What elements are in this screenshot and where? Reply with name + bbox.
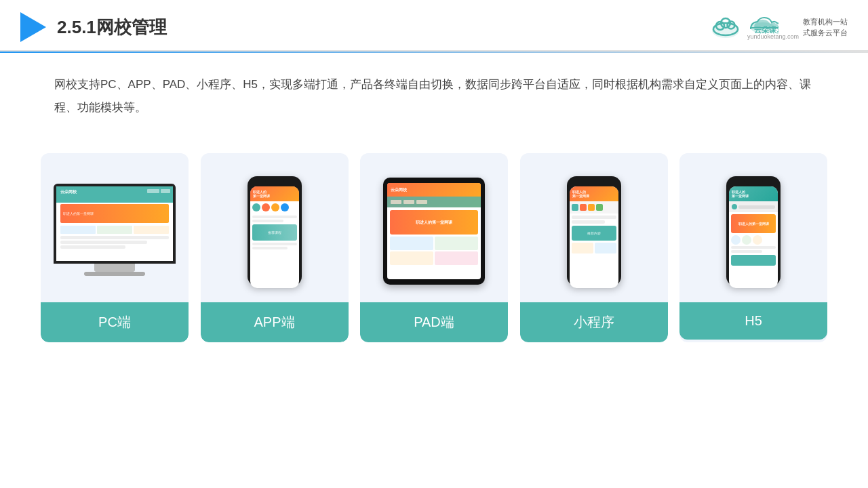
play-icon xyxy=(20,12,46,42)
card-miniprogram: 职进人的第一堂网课 推荐内容 xyxy=(520,153,668,342)
pc-image-area: 云朵网校 职进人的第一堂网课 xyxy=(41,153,189,302)
card-label-pc: PC端 xyxy=(41,302,189,342)
miniprogram-image-area: 职进人的第一堂网课 推荐内容 xyxy=(520,153,668,302)
card-label-pad: PAD端 xyxy=(360,302,508,342)
page-title: 2.5.1网校管理 xyxy=(57,16,167,39)
logo-area: 云朵课堂 yunduoketang.com 教育机构一站 式服务云平台 xyxy=(708,14,848,40)
pad-device-mockup: 云朵网校 职进人的第一堂网课 xyxy=(383,178,485,285)
logo-cloud-svg: 云朵课堂 xyxy=(747,14,778,35)
header: 2.5.1网校管理 云朵课堂 yunduoketang.com xyxy=(0,0,868,52)
cards-container: 云朵网校 职进人的第一堂网课 xyxy=(0,140,868,356)
cloud-icon xyxy=(708,14,743,40)
card-label-miniprogram: 小程序 xyxy=(520,302,668,342)
h5-image-area: 职进人的第一堂网课 职进人的第一堂网课 xyxy=(679,153,827,302)
card-label-app: APP端 xyxy=(201,302,349,342)
app-phone-mockup: 职进人的第一堂网课 推荐课程 xyxy=(248,176,302,286)
pc-mockup: 云朵网校 职进人的第一堂网课 xyxy=(54,184,176,279)
card-h5: 职进人的第一堂网课 职进人的第一堂网课 xyxy=(679,153,827,342)
miniprogram-phone-mockup: 职进人的第一堂网课 推荐内容 xyxy=(567,176,621,286)
pad-image-area: 云朵网校 职进人的第一堂网课 xyxy=(360,153,508,302)
logo-text: 云朵课堂 yunduoketang.com xyxy=(747,14,799,40)
logo-slogan: 教育机构一站 式服务云平台 xyxy=(803,16,848,39)
app-image-area: 职进人的第一堂网课 推荐课程 xyxy=(201,153,349,302)
card-app: 职进人的第一堂网课 推荐课程 xyxy=(201,153,349,342)
card-pc: 云朵网校 职进人的第一堂网课 xyxy=(41,153,189,342)
header-left: 2.5.1网校管理 xyxy=(20,12,167,42)
card-label-h5: H5 xyxy=(679,302,827,340)
logo-url: yunduoketang.com xyxy=(747,33,799,40)
card-pad: 云朵网校 职进人的第一堂网课 xyxy=(360,153,508,342)
description-text: 网校支持PC、APP、PAD、小程序、H5，实现多端打通，产品各终端自由切换，数… xyxy=(0,53,868,133)
h5-phone-mockup: 职进人的第一堂网课 职进人的第一堂网课 xyxy=(726,176,781,286)
